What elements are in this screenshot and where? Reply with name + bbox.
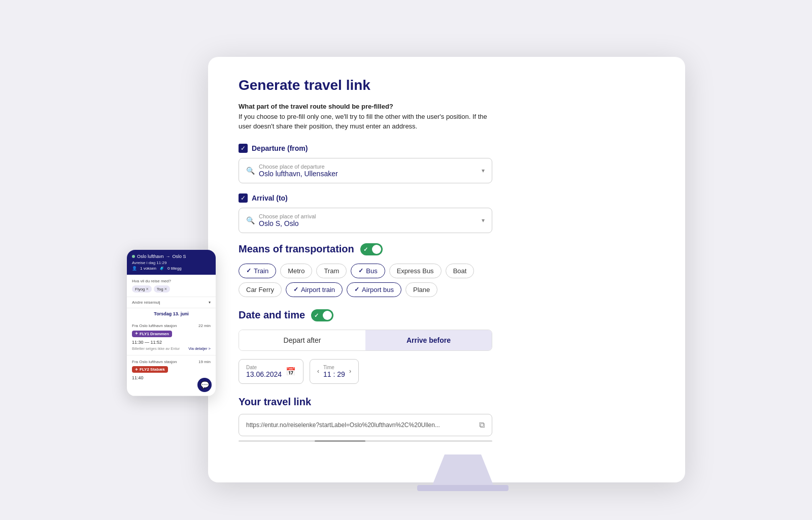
tab-arrive-before[interactable]: Arrive before (365, 330, 492, 350)
chip-bus[interactable]: ✓ Bus (351, 264, 385, 278)
monitor: Generate travel link What part of the tr… (208, 57, 685, 482)
phone-departure-label: Avreise i dag 11:29 (132, 261, 166, 265)
phone-chip-flyog[interactable]: Flyog × (132, 285, 152, 292)
chip-plane[interactable]: Plane (405, 282, 437, 297)
transportation-toggle[interactable]: ✓ (360, 243, 383, 255)
phone-trip1-times: 11:30 — 11:52 (132, 340, 211, 345)
chip-car-ferry[interactable]: Car Ferry (239, 282, 282, 297)
departure-hint: Choose place of departure (259, 164, 478, 170)
copy-icon[interactable]: ⧉ (479, 420, 485, 430)
phone-badge-fly1: ✈ FLY1 Drammen (132, 331, 172, 337)
depart-tabs: Depart after Arrive before (239, 330, 492, 351)
time-field[interactable]: ‹ Time 11 : 29 › (310, 359, 359, 384)
transportation-section: Means of transportation ✓ ✓ Train Metro … (239, 243, 492, 297)
phone-trip1-note: Billetter selges ikke av Entur Via detal… (132, 346, 211, 351)
departure-chevron-icon: ▾ (482, 167, 485, 174)
phone-other: Andre reisemulj ▾ (127, 297, 216, 308)
arrival-value: Oslo S, Oslo (259, 219, 478, 228)
chip-metro[interactable]: Metro (280, 264, 312, 278)
phone-route-to: Oslo S (173, 254, 186, 259)
transportation-chips: ✓ Train Metro Tram ✓ Bus Express Bus (239, 264, 492, 297)
departure-label: Departure (from) (252, 144, 308, 152)
time-prev-icon[interactable]: ‹ (317, 368, 319, 375)
phone-badge-fly2: ✈ FLY2 Stabæk (132, 366, 168, 373)
chip-tram[interactable]: Tram (316, 264, 347, 278)
datetime-section: Date and time ✓ Depart after Arrive befo… (239, 309, 492, 384)
departure-checkbox[interactable]: ✓ (239, 144, 248, 153)
phone-date: Torsdag 13. juni (127, 308, 216, 319)
departure-section: ✓ Departure (from) 🔍 Choose place of dep… (239, 144, 492, 183)
date-field[interactable]: Date 13.06.2024 📅 (239, 359, 303, 384)
travel-link-title: Your travel link (239, 396, 492, 408)
travel-link-url: https://entur.no/reiselenke?startLabel=O… (246, 421, 475, 429)
arrival-hint: Choose place of arrival (259, 213, 478, 219)
tab-depart-after[interactable]: Depart after (239, 330, 365, 350)
arrival-checkbox[interactable]: ✓ (239, 193, 248, 203)
phone-chat-button[interactable]: 💬 (197, 378, 212, 392)
departure-value: Oslo lufthavn, Ullensaker (259, 170, 478, 178)
arrival-search-icon: 🔍 (246, 216, 255, 224)
scrollbar[interactable] (239, 440, 492, 442)
chip-airport-train[interactable]: ✓ Airport train (286, 282, 343, 297)
datetime-title: Date and time (239, 309, 305, 321)
chip-express-bus[interactable]: Express Bus (389, 264, 442, 278)
phone-trip-1: Fra Oslo lufthavn stasjon 22 min ✈ FLY1 … (127, 319, 216, 355)
phone-chip-tog[interactable]: Tog × (154, 285, 170, 292)
phone-overlay: Oslo lufthavn → Oslo S Avreise i dag 11:… (127, 250, 216, 396)
travel-link-field: https://entur.no/reiselenke?startLabel=O… (239, 414, 492, 436)
departure-search-icon: 🔍 (246, 167, 255, 175)
calendar-icon: 📅 (286, 367, 296, 376)
phone-filter-label: Hva vil du reise med? (132, 279, 211, 283)
chip-train[interactable]: ✓ Train (239, 264, 276, 278)
arrival-label: Arrival (to) (252, 194, 288, 202)
chip-boat[interactable]: Boat (446, 264, 475, 278)
arrival-section: ✓ Arrival (to) 🔍 Choose place of arrival… (239, 193, 492, 233)
transportation-title: Means of transportation (239, 243, 354, 255)
travel-link-section: Your travel link https://entur.no/reisel… (239, 396, 492, 442)
page-description: What part of the travel route should be … (239, 102, 492, 132)
page-title: Generate travel link (239, 77, 492, 93)
time-next-icon[interactable]: › (349, 368, 351, 375)
phone-route-from: Oslo lufthavn (137, 254, 164, 259)
phone-luggage: 0 tillegg (167, 266, 182, 271)
arrival-chevron-icon: ▾ (482, 217, 485, 224)
departure-dropdown[interactable]: 🔍 Choose place of departure Oslo lufthav… (239, 158, 492, 183)
arrival-dropdown[interactable]: 🔍 Choose place of arrival Oslo S, Oslo ▾ (239, 208, 492, 233)
chip-airport-bus[interactable]: ✓ Airport bus (347, 282, 401, 297)
datetime-toggle[interactable]: ✓ (311, 309, 333, 321)
phone-traveler: 1 voksen (140, 266, 156, 271)
